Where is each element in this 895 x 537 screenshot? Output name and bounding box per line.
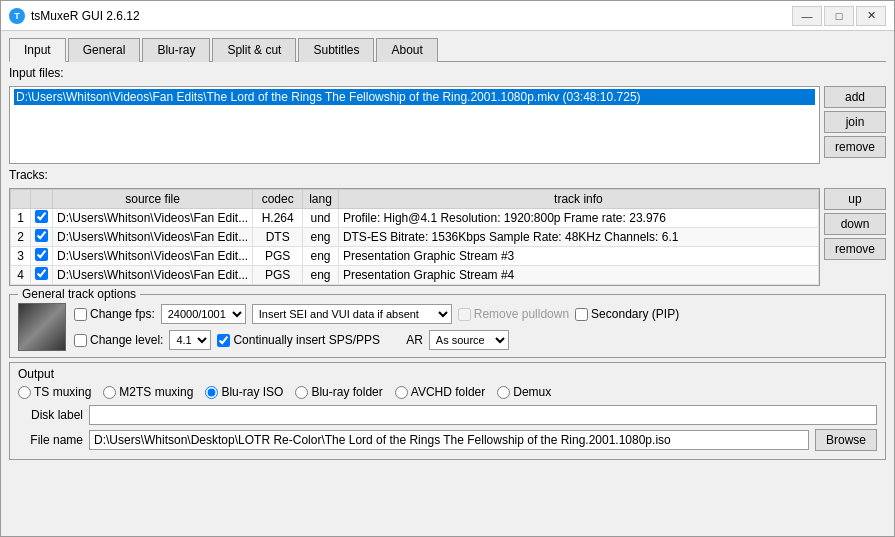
track-source: D:\Users\Whitson\Videos\Fan Edit... (53, 266, 253, 285)
add-button[interactable]: add (824, 86, 886, 108)
disk-label-text: Disk label (18, 408, 83, 422)
options-row-1: Change fps: 24000/1001 Insert SEI and VU… (74, 304, 877, 324)
col-num (11, 190, 31, 209)
ts-muxing-radio[interactable] (18, 386, 31, 399)
track-lang: eng (303, 266, 339, 285)
change-level-label: Change level: (90, 333, 163, 347)
track-checkbox[interactable] (35, 267, 48, 280)
maximize-button[interactable]: □ (824, 6, 854, 26)
tab-bar: Input General Blu-ray Split & cut Subtit… (9, 37, 886, 62)
down-button[interactable]: down (824, 213, 886, 235)
remove-pulldown-label[interactable]: Remove pulldown (458, 307, 569, 321)
track-source: D:\Users\Whitson\Videos\Fan Edit... (53, 209, 253, 228)
track-checkbox[interactable] (35, 210, 48, 223)
disk-label-row: Disk label (18, 405, 877, 425)
minimize-button[interactable]: — (792, 6, 822, 26)
bluray-folder-label[interactable]: Blu-ray folder (295, 385, 382, 399)
file-name-input[interactable] (89, 430, 809, 450)
change-level-checkbox-label[interactable]: Change level: (74, 333, 163, 347)
secondary-pip-label[interactable]: Secondary (PIP) (575, 307, 679, 321)
track-info: Profile: High@4.1 Resolution: 1920:800p … (338, 209, 818, 228)
m2ts-muxing-radio[interactable] (103, 386, 116, 399)
table-row[interactable]: 2 D:\Users\Whitson\Videos\Fan Edit... DT… (11, 228, 819, 247)
tab-general[interactable]: General (68, 38, 141, 62)
col-codec: codec (253, 190, 303, 209)
tracks-label: Tracks: (9, 168, 886, 182)
input-files-box[interactable]: D:\Users\Whitson\Videos\Fan Edits\The Lo… (9, 86, 820, 164)
sei-vui-select[interactable]: Insert SEI and VUI data if absent (252, 304, 452, 324)
title-bar-left: T tsMuxeR GUI 2.6.12 (9, 8, 140, 24)
change-fps-checkbox[interactable] (74, 308, 87, 321)
title-bar: T tsMuxeR GUI 2.6.12 — □ ✕ (1, 1, 894, 31)
col-lang: lang (303, 190, 339, 209)
main-window: T tsMuxeR GUI 2.6.12 — □ ✕ Input General… (0, 0, 895, 537)
tracks-area: source file codec lang track info 1 D:\U… (9, 188, 886, 286)
track-thumbnail (18, 303, 66, 351)
main-content: Input General Blu-ray Split & cut Subtit… (1, 31, 894, 536)
remove-pulldown-checkbox[interactable] (458, 308, 471, 321)
up-button[interactable]: up (824, 188, 886, 210)
track-checkbox-cell[interactable] (31, 209, 53, 228)
secondary-pip-checkbox[interactable] (575, 308, 588, 321)
demux-label[interactable]: Demux (497, 385, 551, 399)
file-name-row: File name Browse (18, 429, 877, 451)
track-checkbox-cell[interactable] (31, 266, 53, 285)
options-row-2: Change level: 4.1 Continually insert SPS… (74, 330, 877, 350)
track-num: 2 (11, 228, 31, 247)
table-row[interactable]: 4 D:\Users\Whitson\Videos\Fan Edit... PG… (11, 266, 819, 285)
output-mode-row: TS muxing M2TS muxing Blu-ray ISO Blu-ra… (18, 385, 877, 399)
fps-select[interactable]: 24000/1001 (161, 304, 246, 324)
track-options-content: Change fps: 24000/1001 Insert SEI and VU… (18, 303, 877, 351)
remove-track-button[interactable]: remove (824, 238, 886, 260)
bluray-iso-label[interactable]: Blu-ray ISO (205, 385, 283, 399)
track-codec: PGS (253, 247, 303, 266)
tab-about[interactable]: About (376, 38, 437, 62)
change-fps-checkbox-label[interactable]: Change fps: (74, 307, 155, 321)
file-buttons: add join remove (824, 86, 886, 164)
general-track-options-title: General track options (18, 287, 140, 301)
table-row[interactable]: 1 D:\Users\Whitson\Videos\Fan Edit... H.… (11, 209, 819, 228)
track-lang: eng (303, 228, 339, 247)
remove-file-button[interactable]: remove (824, 136, 886, 158)
track-info: DTS-ES Bitrate: 1536Kbps Sample Rate: 48… (338, 228, 818, 247)
track-lang: und (303, 209, 339, 228)
title-controls: — □ ✕ (792, 6, 886, 26)
bluray-iso-radio[interactable] (205, 386, 218, 399)
general-track-options-group: General track options Change fps: 24000/… (9, 294, 886, 358)
change-fps-label: Change fps: (90, 307, 155, 321)
file-name-text: File name (18, 433, 83, 447)
input-files-label: Input files: (9, 66, 886, 80)
level-select[interactable]: 4.1 (169, 330, 211, 350)
ar-select[interactable]: As sourceCustom4:316:9 (429, 330, 509, 350)
tab-input[interactable]: Input (9, 38, 66, 62)
track-info: Presentation Graphic Stream #4 (338, 266, 818, 285)
output-section: Output TS muxing M2TS muxing Blu-ray ISO… (9, 362, 886, 460)
track-checkbox-cell[interactable] (31, 228, 53, 247)
tracks-side-buttons: up down remove (824, 188, 886, 286)
track-checkbox-cell[interactable] (31, 247, 53, 266)
tab-bluray[interactable]: Blu-ray (142, 38, 210, 62)
ts-muxing-label[interactable]: TS muxing (18, 385, 91, 399)
track-checkbox[interactable] (35, 229, 48, 242)
browse-button[interactable]: Browse (815, 429, 877, 451)
continually-sps-label[interactable]: Continually insert SPS/PPS (217, 333, 380, 347)
continually-sps-checkbox[interactable] (217, 334, 230, 347)
change-level-checkbox[interactable] (74, 334, 87, 347)
m2ts-muxing-label[interactable]: M2TS muxing (103, 385, 193, 399)
tracks-table: source file codec lang track info 1 D:\U… (10, 189, 819, 285)
window-title: tsMuxeR GUI 2.6.12 (31, 9, 140, 23)
bluray-folder-radio[interactable] (295, 386, 308, 399)
track-checkbox[interactable] (35, 248, 48, 261)
tab-subtitles[interactable]: Subtitles (298, 38, 374, 62)
disk-label-input[interactable] (89, 405, 877, 425)
col-info: track info (338, 190, 818, 209)
demux-radio[interactable] (497, 386, 510, 399)
avchd-folder-label[interactable]: AVCHD folder (395, 385, 485, 399)
join-button[interactable]: join (824, 111, 886, 133)
close-button[interactable]: ✕ (856, 6, 886, 26)
tab-split-cut[interactable]: Split & cut (212, 38, 296, 62)
avchd-folder-radio[interactable] (395, 386, 408, 399)
col-source: source file (53, 190, 253, 209)
input-file-item[interactable]: D:\Users\Whitson\Videos\Fan Edits\The Lo… (14, 89, 815, 105)
table-row[interactable]: 3 D:\Users\Whitson\Videos\Fan Edit... PG… (11, 247, 819, 266)
